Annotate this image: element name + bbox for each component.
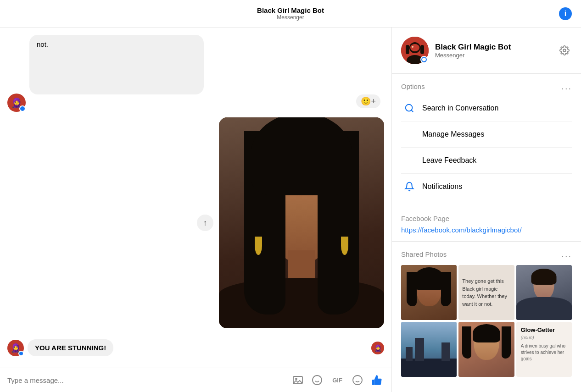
photo-card-subtitle: (noun) <box>521 335 567 340</box>
bell-icon <box>403 180 416 193</box>
option-notifications[interactable]: Notifications <box>401 174 572 199</box>
svg-point-15 <box>563 49 566 52</box>
photo-card-desc: A driven busy gal who strives to achieve… <box>521 343 567 362</box>
photo-icon <box>292 375 303 386</box>
chat-area: 🧕 not. 🙂+ <box>0 28 392 392</box>
emoji-icon <box>352 375 363 386</box>
stunning-bubble: YOU ARE STUNNING! <box>28 339 113 356</box>
option-manage-label: Manage Messages <box>422 130 484 138</box>
partial-message-bubble: not. <box>29 35 204 94</box>
svg-point-5 <box>353 375 362 385</box>
gif-action-button[interactable]: GIF <box>329 373 346 387</box>
partial-message: 🧕 not. 🙂+ <box>7 35 384 112</box>
svg-point-16 <box>406 105 413 111</box>
photo-message-row: ↑ <box>7 117 384 328</box>
svg-point-1 <box>296 378 297 380</box>
stunning-message-row: 🧕 YOU ARE STUNNING! 🧕 <box>7 339 384 356</box>
app-header: Black Girl Magic Bot Messenger i <box>0 0 581 28</box>
gear-icon <box>559 45 570 55</box>
shared-photos-title: Shared Photos <box>401 250 447 258</box>
share-button-area: ↑ <box>197 117 213 328</box>
shared-photos-more-button[interactable]: ... <box>561 249 572 259</box>
photos-grid: They gone get this Black girl magic toda… <box>401 265 572 377</box>
emoji-add-row: 🙂+ <box>29 94 384 108</box>
right-sidebar: Black Girl Magic Bot Messenger Options .… <box>392 28 581 392</box>
facebook-page-link[interactable]: https://facebook.com/blackgirlmagicbot/ <box>401 226 572 234</box>
svg-rect-12 <box>420 45 424 54</box>
shared-photo-6[interactable]: Glow-Getter (noun) A driven busy gal who… <box>516 322 572 377</box>
messenger-icon <box>422 57 426 62</box>
shared-photo-3[interactable] <box>516 265 572 320</box>
svg-point-13 <box>412 46 413 48</box>
header-center: Black Girl Magic Bot Messenger <box>257 6 324 21</box>
thumbs-up-icon <box>371 374 383 386</box>
message-input[interactable] <box>7 376 286 384</box>
option-notifications-label: Notifications <box>422 182 462 191</box>
bot-platform: Messenger <box>435 52 551 59</box>
main-layout: 🧕 not. 🙂+ <box>0 28 581 392</box>
options-more-button[interactable]: ... <box>561 81 572 92</box>
option-manage[interactable]: Manage Messages <box>401 121 572 148</box>
bot-messenger-badge <box>420 56 428 63</box>
options-header: Options ... <box>401 81 572 92</box>
options-title: Options <box>401 83 425 90</box>
left-avatar-wrap: 🧕 <box>7 340 24 356</box>
svg-point-2 <box>313 375 322 385</box>
shared-photo-1[interactable] <box>401 265 457 320</box>
right-avatar: 🧕 <box>371 342 384 354</box>
shared-photo-4[interactable] <box>401 322 457 377</box>
sticker-icon <box>312 375 323 386</box>
gear-button[interactable] <box>557 43 572 58</box>
photo-card-title: Glow-Getter <box>521 326 567 333</box>
shared-photos-section: Shared Photos ... They gone get this <box>392 242 581 384</box>
like-action-button[interactable] <box>369 373 384 387</box>
emoji-add-button[interactable]: 🙂+ <box>356 94 380 108</box>
facebook-page-title: Facebook Page <box>401 215 572 222</box>
avatar-badge <box>18 351 24 356</box>
shared-photo-5[interactable] <box>458 322 514 377</box>
option-feedback[interactable]: Leave Feedback <box>401 148 572 174</box>
svg-line-17 <box>411 110 413 112</box>
option-search-label: Search in Conversation <box>422 104 498 112</box>
sticker-action-button[interactable] <box>310 373 324 387</box>
photo-text: They gone get this Black girl magic toda… <box>462 277 510 308</box>
shared-photos-header: Shared Photos ... <box>401 249 572 259</box>
share-button[interactable]: ↑ <box>197 215 213 231</box>
svg-point-10 <box>410 44 419 51</box>
bot-profile-avatar <box>401 37 429 64</box>
info-button[interactable]: i <box>559 7 572 20</box>
chat-input-area: GIF <box>0 368 391 392</box>
shared-photo-2[interactable]: They gone get this Black girl magic toda… <box>458 265 514 320</box>
option-search[interactable]: Search in Conversation <box>401 95 572 121</box>
search-icon <box>403 102 416 115</box>
header-title: Black Girl Magic Bot <box>257 6 324 14</box>
facebook-page-section: Facebook Page https://facebook.com/black… <box>392 207 581 242</box>
online-badge <box>19 105 26 112</box>
bot-info: Black Girl Magic Bot Messenger <box>435 43 551 59</box>
photo-message <box>219 117 384 328</box>
header-subtitle: Messenger <box>257 14 324 21</box>
emoji-action-button[interactable] <box>350 373 365 387</box>
options-section: Options ... Search in Conversation Manag… <box>392 74 581 207</box>
bot-profile: Black Girl Magic Bot Messenger <box>392 28 581 74</box>
svg-rect-11 <box>406 45 409 54</box>
chat-messages: 🧕 not. 🙂+ <box>0 28 391 368</box>
bot-name: Black Girl Magic Bot <box>435 43 551 52</box>
option-feedback-label: Leave Feedback <box>422 156 476 165</box>
photo-action-button[interactable] <box>290 373 305 387</box>
